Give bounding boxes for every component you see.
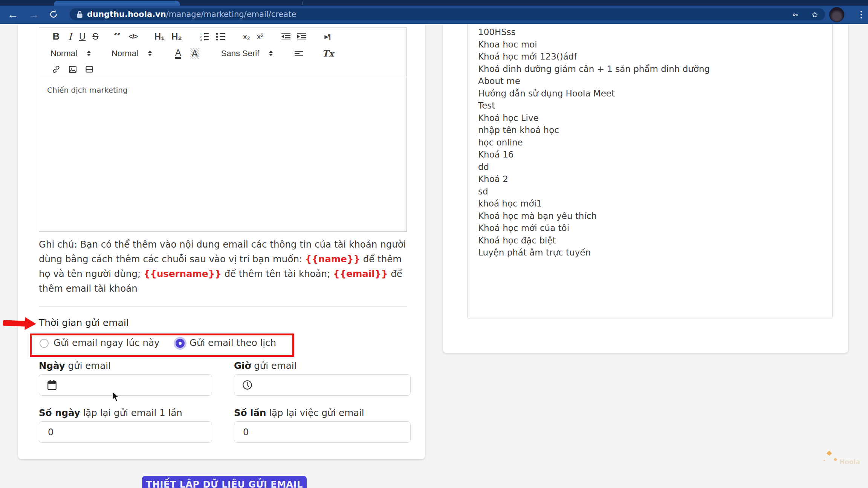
course-list-item[interactable]: Khoá học Live (478, 112, 832, 124)
clean-format-icon: Tx (322, 48, 334, 58)
course-list-item[interactable]: 100HSss (478, 26, 832, 38)
text-color-icon: A (175, 48, 181, 59)
subscript-button[interactable]: x₂ (226, 30, 251, 43)
lock-icon[interactable] (76, 11, 83, 18)
header-1-button[interactable]: H₁ (139, 30, 165, 43)
menu-dot (860, 17, 862, 18)
repeat-days-input[interactable] (39, 427, 212, 438)
profile-avatar[interactable] (829, 7, 844, 22)
send-time-heading: Thời gian gửi email (39, 317, 129, 328)
indent-button[interactable] (291, 30, 307, 43)
sparkle-icon (827, 451, 832, 456)
header-select[interactable]: Normal (112, 49, 152, 58)
text-color-button[interactable]: A (173, 47, 184, 60)
blockquote-button[interactable]: ” (99, 30, 122, 43)
course-list-item[interactable]: học online (478, 136, 832, 149)
header-2-button[interactable]: H₂ (165, 30, 183, 43)
course-list-item[interactable]: Hướng dẫn sử dụng Hoola Meet (478, 87, 832, 100)
course-list-card: 100HSssKhoa hoc moiKhoá học mới 123()ádf… (443, 24, 848, 353)
size-select[interactable]: Normal (50, 49, 91, 58)
editor-text[interactable]: Chiến dịch marketing (47, 86, 128, 95)
setup-send-data-button[interactable]: THIẾT LẬP DỮ LIỆU GỬI EMAIL (142, 476, 307, 488)
forward-button[interactable]: → (26, 7, 41, 22)
align-button[interactable] (293, 47, 305, 60)
token-email: {{email}} (333, 268, 388, 279)
repeat-days-input-box[interactable] (39, 421, 212, 443)
course-list-item[interactable]: Khoa hoc moi (478, 38, 832, 51)
link-button[interactable] (50, 63, 62, 76)
outdent-button[interactable] (264, 30, 291, 43)
repeat-count-input-box[interactable] (234, 421, 411, 443)
back-button[interactable]: ← (5, 7, 20, 22)
background-color-button[interactable]: A (189, 47, 200, 60)
image-button[interactable] (67, 63, 78, 76)
course-list-item[interactable]: khoá học mới1 (478, 197, 832, 210)
bookmark-star-button[interactable] (809, 9, 821, 20)
course-list-item[interactable]: About me (478, 75, 832, 87)
outdent-icon (281, 33, 290, 40)
course-list-item[interactable]: nhập tên khoá học (478, 124, 832, 136)
header-select-value: Normal (112, 49, 138, 58)
direction-button[interactable]: ▸¶ (307, 30, 332, 43)
menu-dot (860, 14, 862, 15)
course-list-item[interactable]: Khoá học mà bạn yêu thích (478, 210, 832, 222)
repeat-count-input[interactable] (234, 427, 410, 438)
password-key-button[interactable] (790, 9, 801, 20)
chevron-updown-icon (87, 50, 91, 56)
editor-toolbar: BIUS”</>H₁H₂x₂x²▸¶ Normal Normal A A San… (39, 28, 407, 77)
underline-icon: U (79, 31, 86, 42)
reload-button[interactable] (46, 7, 61, 22)
code-block-button[interactable]: </> (122, 30, 138, 43)
strike-button[interactable]: S (86, 30, 99, 43)
date-input-box[interactable] (39, 374, 212, 396)
header-1-icon: H₁ (154, 31, 165, 42)
strikethrough-icon: S (92, 31, 98, 42)
subscript-icon: x₂ (243, 32, 250, 41)
sparkle-icon (823, 459, 825, 462)
video-button[interactable] (84, 63, 95, 76)
radio-send-now-label[interactable]: Gửi email ngay lúc này (53, 337, 159, 348)
browser-menu-button[interactable] (858, 9, 864, 20)
repeat-days-label: Số ngày lặp lại gửi email 1 lần (39, 407, 182, 418)
course-list-item[interactable]: Khoá học đặc biệt (478, 234, 832, 247)
course-list-item[interactable]: dd (478, 161, 832, 173)
url-domain: dungthu.hoola.vn (87, 10, 166, 19)
course-list-item[interactable]: Khoá dinh dưỡng giảm cân + 1 sản phẩm di… (478, 63, 832, 75)
sparkle-icon (834, 458, 837, 462)
italic-button[interactable]: I (62, 30, 73, 43)
browser-active-tab[interactable] (54, 1, 180, 6)
bullet-list-button[interactable] (210, 30, 226, 43)
ordered-list-button[interactable] (183, 30, 210, 43)
clean-format-button[interactable]: Tx (321, 47, 335, 60)
course-list-item[interactable]: Luyện phát âm trực tuyến (478, 246, 832, 259)
toolbar-row-2: Normal Normal A A Sans Serif Tx (39, 45, 406, 62)
clock-icon (242, 380, 252, 390)
course-list-item[interactable]: Khoá 16 (478, 148, 832, 161)
superscript-icon: x² (257, 32, 264, 41)
time-input[interactable] (257, 380, 410, 390)
course-list-item[interactable]: Test (478, 99, 832, 112)
address-bar[interactable]: dungthu.hoola.vn/manage/marketing/email/… (70, 8, 825, 20)
tab-divider (302, 2, 303, 5)
star-icon (811, 9, 818, 20)
mouse-cursor (112, 391, 121, 402)
time-input-box[interactable] (234, 374, 411, 396)
course-list-item[interactable]: sd (478, 185, 832, 198)
page: ← → dungthu.hoola.vn/manage/marketing/em… (0, 0, 868, 488)
radio-send-scheduled-label[interactable]: Gửi email theo lịch (189, 337, 276, 348)
time-field-label: Giờ gửi email (234, 360, 296, 371)
font-select[interactable]: Sans Serif (221, 49, 273, 58)
video-icon (85, 65, 94, 74)
course-list-item[interactable]: Khoá học mới của tôi (478, 222, 832, 234)
date-input[interactable] (61, 380, 212, 390)
underline-button[interactable]: U (73, 30, 86, 43)
radio-send-now[interactable] (40, 339, 49, 348)
superscript-button[interactable]: x² (251, 30, 264, 43)
course-list-box: 100HSssKhoa hoc moiKhoá học mới 123()ádf… (467, 24, 833, 318)
course-list-item[interactable]: Khoá học mới 123()ádf (478, 50, 832, 63)
bold-button[interactable]: B (50, 30, 62, 43)
course-list-item[interactable]: Khoá 2 (478, 173, 832, 185)
radio-send-scheduled[interactable] (176, 339, 185, 348)
font-select-value: Sans Serif (221, 49, 260, 58)
editor-content-area[interactable]: Chiến dịch marketing (39, 77, 407, 232)
